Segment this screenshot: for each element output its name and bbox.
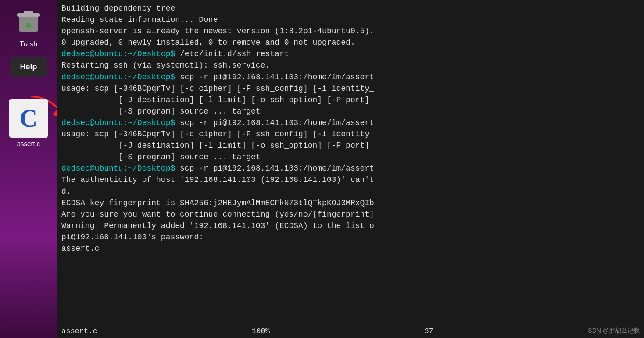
- terminal-line: 0 upgraded, 0 newly installed, 0 to remo…: [61, 37, 640, 48]
- terminal-line: [-S program] source ... target: [61, 151, 640, 163]
- trash-icon: ♻: [14, 7, 43, 35]
- terminal-line: Building dependency tree: [61, 3, 640, 14]
- file-icon-wrapper[interactable]: C assert.c: [9, 99, 48, 147]
- terminal-line: usage: scp [-346BCpqrTv] [-c cipher] [-F…: [61, 128, 640, 140]
- watermark: SDN @胖胡瓜记载: [588, 326, 640, 337]
- terminal-line: dedsec@ubuntu:~/Desktop$ scp -r pi@192.1…: [61, 163, 640, 174]
- file-label: assert.c: [17, 140, 40, 147]
- status-line: 37: [424, 326, 433, 337]
- trash-icon-box: ♻: [11, 4, 46, 39]
- terminal-line: Reading state information... Done: [61, 14, 640, 25]
- terminal-line: [-J destination] [-l limit] [-o ssh_opti…: [61, 140, 640, 151]
- terminal-output: Building dependency treeReading state in…: [61, 3, 640, 254]
- terminal-line: ECDSA key fingerprint is SHA256:j2HEJymA…: [61, 197, 640, 209]
- terminal: Building dependency treeReading state in…: [57, 0, 644, 338]
- terminal-line: pi@192.168.141.103's password:: [61, 231, 640, 243]
- c-file-icon: C: [9, 99, 48, 138]
- terminal-line: openssh-server is already the newest ver…: [61, 25, 640, 37]
- status-filename: assert.c: [61, 326, 97, 337]
- terminal-line: d.: [61, 186, 640, 197]
- terminal-line: dedsec@ubuntu:~/Desktop$ scp -r pi@192.1…: [61, 117, 640, 128]
- sidebar: ♻ Trash Help C assert.c: [0, 0, 57, 338]
- svg-text:♻: ♻: [26, 19, 31, 30]
- terminal-line: Warning: Permanently added '192.168.141.…: [61, 220, 640, 231]
- help-button[interactable]: Help: [10, 57, 47, 77]
- terminal-line: assert.c: [61, 243, 640, 254]
- terminal-line: usage: scp [-346BCpqrTv] [-c cipher] [-F…: [61, 83, 640, 94]
- svg-rect-2: [24, 11, 33, 14]
- terminal-line: [-J destination] [-l limit] [-o ssh_opti…: [61, 94, 640, 106]
- terminal-line: dedsec@ubuntu:~/Desktop$ scp -r pi@192.1…: [61, 71, 640, 83]
- terminal-line: The authenticity of host '192.168.141.10…: [61, 174, 640, 185]
- status-bar: assert.c 100% 37 SDN @胖胡瓜记载: [57, 325, 644, 338]
- terminal-line: [-S program] source ... target: [61, 106, 640, 117]
- trash-icon-wrapper[interactable]: ♻ Trash: [11, 4, 46, 48]
- status-percent: 100%: [252, 326, 270, 337]
- trash-label: Trash: [20, 40, 37, 48]
- terminal-line: Are you sure you want to continue connec…: [61, 209, 640, 220]
- c-file-letter: C: [20, 104, 37, 132]
- terminal-line: dedsec@ubuntu:~/Desktop$ /etc/init.d/ssh…: [61, 48, 640, 60]
- terminal-line: Restarting ssh (via systemctl): ssh.serv…: [61, 60, 640, 71]
